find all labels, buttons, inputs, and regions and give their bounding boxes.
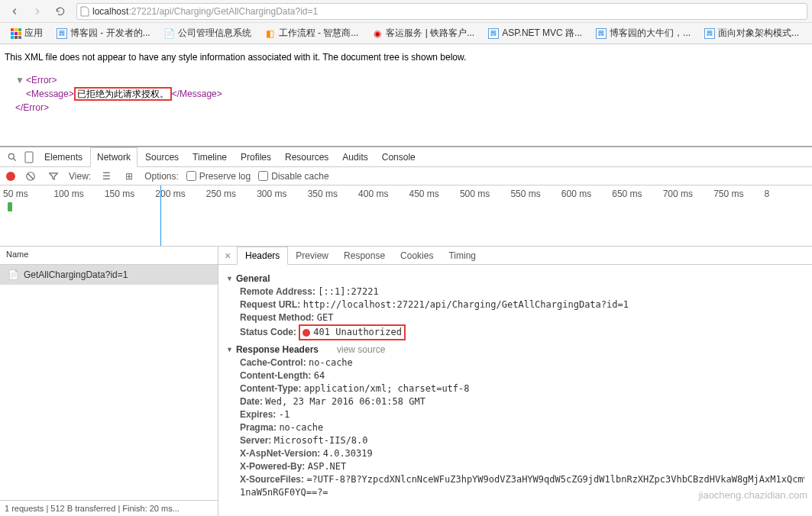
- favicon: 园: [57, 28, 67, 39]
- view-label: View:: [69, 171, 91, 182]
- favicon: 园: [704, 28, 715, 39]
- timeline-cursor: [160, 185, 161, 246]
- tab-response[interactable]: Response: [336, 247, 393, 264]
- favicon: 园: [488, 28, 499, 39]
- filter-icon[interactable]: [46, 169, 61, 184]
- close-details-button[interactable]: ×: [218, 250, 237, 262]
- request-row[interactable]: 📄GetAllChargingData?id=1: [0, 265, 218, 285]
- devtools-panel: Elements Network Sources Timeline Profil…: [0, 147, 812, 516]
- general-section[interactable]: ▼General: [226, 273, 804, 285]
- list-view-icon[interactable]: ☰: [99, 169, 114, 184]
- devtools-tabs: Elements Network Sources Timeline Profil…: [0, 147, 812, 167]
- collapse-icon[interactable]: ▼: [15, 75, 24, 85]
- clear-icon[interactable]: [23, 169, 38, 184]
- bookmark-item[interactable]: 园面向对象架构模式...: [698, 25, 805, 41]
- xml-notice: This XML file does not appear to have an…: [5, 52, 807, 63]
- request-bar: [8, 202, 12, 211]
- bookmark-item[interactable]: 园ASP.NET MVC 路...: [482, 25, 588, 41]
- status-dot-icon: [302, 329, 310, 337]
- apps-icon: [11, 28, 21, 39]
- favicon: ◉: [372, 28, 383, 39]
- device-icon[interactable]: [21, 150, 37, 165]
- collapse-icon: ▼: [226, 273, 233, 285]
- request-details: × Headers Preview Response Cookies Timin…: [218, 247, 812, 516]
- file-icon: 📄: [8, 269, 19, 280]
- reload-button[interactable]: [50, 3, 70, 20]
- favicon: 📄: [164, 28, 175, 39]
- bookmark-item[interactable]: 园博客园的大牛们，...: [590, 25, 697, 41]
- network-summary: 1 requests | 512 B transferred | Finish:…: [0, 500, 218, 516]
- bookmark-item[interactable]: ◉客运服务 | 铁路客户...: [366, 25, 480, 41]
- grid-view-icon[interactable]: ⊞: [121, 169, 137, 184]
- url-text: localhost:27221/api/Charging/GetAllCharg…: [92, 5, 807, 17]
- forward-button[interactable]: [27, 3, 47, 20]
- search-icon[interactable]: [5, 150, 20, 165]
- options-label: Options:: [144, 171, 179, 182]
- bookmark-item[interactable]: ◧工作流程 - 智慧商...: [259, 25, 365, 41]
- record-button[interactable]: [6, 172, 15, 181]
- network-options: View: ☰ ⊞ Options: Preserve log Disable …: [0, 167, 812, 185]
- tab-cookies[interactable]: Cookies: [393, 247, 441, 264]
- address-bar[interactable]: localhost:27221/api/Charging/GetAllCharg…: [76, 3, 807, 20]
- svg-rect-1: [25, 152, 33, 163]
- name-column-header[interactable]: Name: [0, 247, 218, 265]
- browser-toolbar: localhost:27221/api/Charging/GetAllCharg…: [0, 0, 812, 23]
- preserve-log-checkbox[interactable]: Preserve log: [186, 171, 251, 182]
- back-button[interactable]: [5, 3, 24, 20]
- tab-timing[interactable]: Timing: [441, 247, 484, 264]
- tab-profiles[interactable]: Profiles: [235, 147, 277, 167]
- status-highlight: 401 Unauthorized: [299, 324, 406, 340]
- apps-button[interactable]: 应用: [5, 25, 49, 41]
- tab-timeline[interactable]: Timeline: [186, 147, 233, 167]
- tab-sources[interactable]: Sources: [139, 147, 185, 167]
- disable-cache-checkbox[interactable]: Disable cache: [258, 171, 328, 182]
- request-list: Name 📄GetAllChargingData?id=1 1 requests…: [0, 247, 218, 516]
- bookmarks-bar: 应用 园博客园 - 开发者的... 📄公司管理信息系统 ◧工作流程 - 智慧商.…: [0, 23, 812, 44]
- favicon: ◧: [265, 28, 276, 39]
- collapse-icon: ▼: [226, 343, 233, 356]
- response-headers-section[interactable]: ▼Response Headersview source: [226, 343, 804, 356]
- tab-console[interactable]: Console: [376, 147, 422, 167]
- tab-network[interactable]: Network: [90, 147, 137, 167]
- page-icon: [77, 6, 92, 17]
- view-source-link[interactable]: view source: [337, 343, 385, 356]
- tab-resources[interactable]: Resources: [279, 147, 335, 167]
- svg-point-0: [8, 153, 14, 159]
- tab-headers[interactable]: Headers: [237, 247, 288, 265]
- network-timeline[interactable]: 50 ms100 ms150 ms200 ms250 ms300 ms350 m…: [0, 185, 812, 247]
- tab-preview[interactable]: Preview: [288, 247, 336, 264]
- error-message-highlight: 已拒绝为此请求授权。: [74, 87, 172, 101]
- tab-elements[interactable]: Elements: [38, 147, 89, 167]
- bookmark-item[interactable]: 📄公司管理信息系统: [158, 25, 257, 41]
- tab-audits[interactable]: Audits: [336, 147, 374, 167]
- favicon: 园: [596, 28, 607, 39]
- page-content: This XML file does not appear to have an…: [0, 44, 812, 147]
- bookmark-item[interactable]: 园博客园 - 开发者的...: [50, 25, 157, 41]
